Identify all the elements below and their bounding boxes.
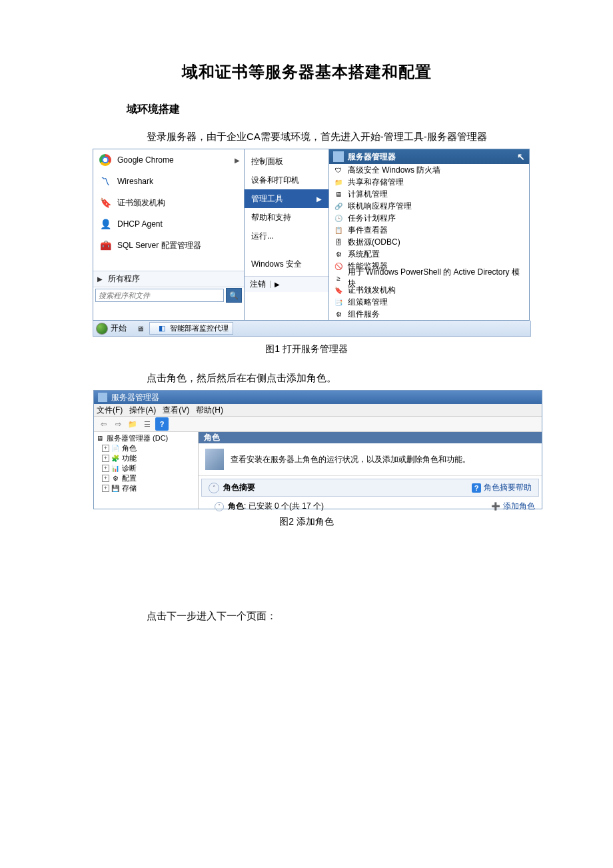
menu-bar: 文件(F) 操作(A) 查看(V) 帮助(H) <box>94 404 542 417</box>
start-menu-programs: Google Chrome ▶ 〽 Wireshark 🔖 证书颁发机构 👤 D… <box>93 149 245 321</box>
paragraph: 点击角色，然后然后在右侧点击添加角色。 <box>147 370 613 386</box>
server-icon: 🖥 <box>95 435 105 443</box>
expand-icon[interactable]: + <box>102 485 109 492</box>
collapse-icon: ˄ <box>215 502 224 511</box>
panel-description-row: 查看安装在服务器上角色的运行状况，以及添加或删除角色和功能。 <box>199 443 542 476</box>
expand-icon[interactable]: + <box>102 475 109 482</box>
logoff-button[interactable]: 注销 ▶ <box>245 276 328 292</box>
start-button[interactable]: 开始 <box>93 321 132 336</box>
storage-icon: 📁 <box>333 177 344 187</box>
expand-icon[interactable]: + <box>102 445 109 452</box>
search-icon: 🔍 <box>229 291 239 300</box>
storage-icon: 💾 <box>111 485 120 493</box>
admin-tools-item[interactable]: 管理工具 ▶ <box>245 189 328 208</box>
roles-installed-line: ˄ 角色 : 已安装 0 个(共 17 个) ➕ 添加角色 <box>199 497 542 512</box>
expand-icon[interactable]: + <box>102 455 109 462</box>
program-label: SQL Server 配置管理器 <box>117 240 201 251</box>
roles-count: : 已安装 0 个(共 17 个) <box>244 501 324 512</box>
taskbar-icon[interactable]: 🖥 <box>134 323 146 334</box>
program-wireshark[interactable]: 〽 Wireshark <box>93 171 244 192</box>
dropdown-arrow-icon[interactable]: ▶ <box>270 281 280 288</box>
server-manager-icon <box>98 393 107 402</box>
program-ca[interactable]: 🔖 证书颁发机构 <box>93 192 244 213</box>
tree-root[interactable]: 🖥 服务器管理器 (DC) <box>95 433 197 443</box>
tree-roles[interactable]: +📄角色 <box>95 443 197 453</box>
summary-label: 角色摘要 <box>223 482 255 493</box>
all-programs[interactable]: ▶ 所有程序 <box>93 271 244 287</box>
tool-task-scheduler[interactable]: 🕒任务计划程序 <box>329 212 529 224</box>
properties-button[interactable]: ☰ <box>141 417 154 431</box>
program-label: Google Chrome <box>117 155 174 165</box>
toolbox-icon: 🧰 <box>97 237 113 253</box>
devices-printers-item[interactable]: 设备和打印机 <box>245 171 328 189</box>
config-icon: ⚙ <box>111 475 120 483</box>
search-button[interactable]: 🔍 <box>226 288 242 303</box>
back-button[interactable]: ⇦ <box>97 417 110 431</box>
roles-icon: 📄 <box>111 445 120 453</box>
tool-firewall[interactable]: 🛡高级安全 Windows 防火墙 <box>329 164 529 176</box>
tree-config[interactable]: +⚙配置 <box>95 473 197 483</box>
tree-diagnostics[interactable]: +📊诊断 <box>95 463 197 473</box>
tool-ad-powershell[interactable]: ≥用于 Windows PowerShell 的 Active Director… <box>329 272 529 284</box>
window-titlebar: 服务器管理器 <box>94 391 542 404</box>
admin-tools-flyout: 服务器管理器 ↖ 🛡高级安全 Windows 防火墙 📁共享和存储管理 🖥计算机… <box>329 149 530 321</box>
program-sqlserver[interactable]: 🧰 SQL Server 配置管理器 <box>93 235 244 256</box>
tool-gpmc[interactable]: 📑组策略管理 <box>329 296 529 308</box>
help-button[interactable]: ? <box>155 417 169 431</box>
server-manager-icon <box>333 151 344 162</box>
figure-2: 服务器管理器 文件(F) 操作(A) 查看(V) 帮助(H) ⇦ ⇨ 📁 ☰ ?… <box>93 390 542 509</box>
figure-1: Google Chrome ▶ 〽 Wireshark 🔖 证书颁发机构 👤 D… <box>93 149 530 321</box>
tool-computer-mgmt[interactable]: 🖥计算机管理 <box>329 188 529 200</box>
up-button[interactable]: 📁 <box>126 417 139 431</box>
tool-storage[interactable]: 📁共享和存储管理 <box>329 176 529 188</box>
program-label: 证书颁发机构 <box>117 197 165 209</box>
run-item[interactable]: 运行... <box>245 227 328 245</box>
program-dhcp[interactable]: 👤 DHCP Agent <box>93 213 244 235</box>
dhcp-icon: 👤 <box>97 216 113 232</box>
taskbar-app[interactable]: ◧ 智能部署监控代理 <box>149 322 233 335</box>
menu-help[interactable]: 帮助(H) <box>196 405 223 416</box>
computer-icon: 🖥 <box>333 189 344 199</box>
tool-odbc[interactable]: 🗄数据源(ODBC) <box>329 236 529 248</box>
roles-label: 角色 <box>228 501 244 512</box>
database-icon: 🗄 <box>333 237 344 247</box>
wireshark-icon: 〽 <box>97 173 113 189</box>
tree-features[interactable]: +🧩功能 <box>95 453 197 463</box>
tool-ocsp[interactable]: 🔗联机响应程序管理 <box>329 200 529 212</box>
firewall-icon: 🛡 <box>333 165 344 175</box>
add-icon: ➕ <box>491 502 500 511</box>
collapse-icon: ˄ <box>209 483 219 493</box>
component-icon: ⚙ <box>333 309 344 319</box>
submenu-arrow-icon: ▶ <box>235 157 240 164</box>
tool-sysconfig[interactable]: ⚙系统配置 <box>329 248 529 260</box>
add-role-link[interactable]: ➕ 添加角色 <box>491 501 535 512</box>
nav-tree: 🖥 服务器管理器 (DC) +📄角色 +🧩功能 +📊诊断 +⚙配置 +💾存储 <box>94 432 199 509</box>
help-support-item[interactable]: 帮助和支持 <box>245 208 328 227</box>
windows-orb-icon <box>96 323 108 335</box>
window-title: 服务器管理器 <box>111 392 159 403</box>
menu-action[interactable]: 操作(A) <box>129 405 156 416</box>
server-manager-item[interactable]: 服务器管理器 ↖ <box>329 149 529 164</box>
forward-button[interactable]: ⇨ <box>111 417 125 431</box>
figure-caption-1: 图1 打开服务管理器 <box>0 343 613 355</box>
program-label: Wireshark <box>117 177 153 186</box>
tool-event-viewer[interactable]: 📋事件查看器 <box>329 224 529 236</box>
diag-icon: 📊 <box>111 465 120 473</box>
tool-component-services[interactable]: ⚙组件服务 <box>329 308 529 320</box>
roles-panel: 角色 查看安装在服务器上角色的运行状况，以及添加或删除角色和功能。 ˄ 角色摘要… <box>199 432 542 509</box>
summary-help-link[interactable]: ? 角色摘要帮助 <box>472 482 532 493</box>
panel-header: 角色 <box>199 432 542 443</box>
submenu-arrow-icon: ▶ <box>316 195 322 203</box>
windows-security-item[interactable]: Windows 安全 <box>245 255 328 273</box>
expand-icon[interactable]: + <box>102 465 109 472</box>
role-summary-header[interactable]: ˄ 角色摘要 ? 角色摘要帮助 <box>201 479 539 497</box>
control-panel-item[interactable]: 控制面板 <box>245 152 328 171</box>
search-input[interactable] <box>95 289 224 302</box>
menu-view[interactable]: 查看(V) <box>163 405 189 416</box>
program-chrome[interactable]: Google Chrome ▶ <box>93 149 244 171</box>
doc-title: 域和证书等服务器基本搭建和配置 <box>0 61 613 83</box>
menu-file[interactable]: 文件(F) <box>97 405 123 416</box>
tree-storage[interactable]: +💾存储 <box>95 483 197 493</box>
toolbar: ⇦ ⇨ 📁 ☰ ? <box>94 417 542 432</box>
gpo-icon: 📑 <box>333 297 344 307</box>
